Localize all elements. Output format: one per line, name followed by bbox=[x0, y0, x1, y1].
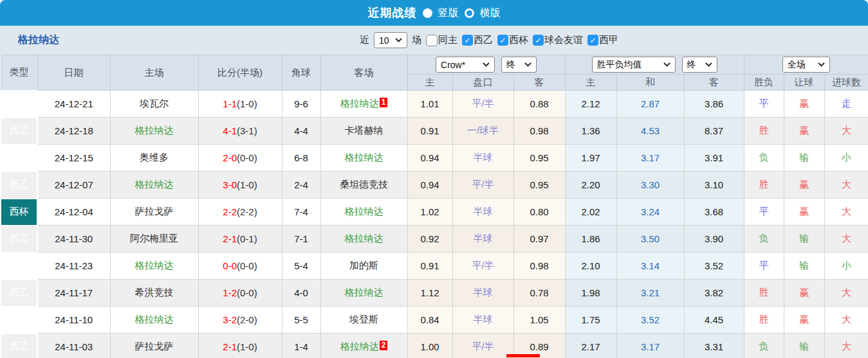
match-type-badge: 西乙 bbox=[1, 172, 37, 199]
chevron-down-icon bbox=[524, 62, 531, 67]
result-outcome: 负 bbox=[744, 145, 784, 172]
odds-time-select[interactable]: 终 bbox=[501, 57, 537, 73]
horizontal-layout-label[interactable]: 横版 bbox=[480, 6, 501, 20]
away-team[interactable]: 卡塔赫纳 bbox=[320, 118, 407, 145]
corner-count: 5-5 bbox=[282, 307, 320, 334]
asian-handicap: 半球 bbox=[452, 226, 513, 253]
vertical-layout-radio[interactable] bbox=[423, 8, 432, 18]
asian-handicap: 半球 bbox=[452, 307, 513, 334]
chevron-down-icon bbox=[818, 62, 825, 67]
away-team[interactable]: 埃登斯 bbox=[320, 307, 407, 334]
avg-away-odds: 3.86 bbox=[684, 91, 744, 118]
results-table: 类型 日期 主场 比分(半场) 角球 客场 Crow* 终 bbox=[0, 55, 868, 358]
home-team[interactable]: 希洪竞技 bbox=[110, 280, 198, 307]
asian-handicap: 平/半 bbox=[452, 334, 513, 358]
away-team[interactable]: 格拉纳达1 bbox=[320, 91, 407, 118]
avg-away-odds: 3.31 bbox=[684, 334, 744, 358]
avg-odds-select[interactable]: 胜平负均值 bbox=[592, 57, 676, 73]
match-date: 24-12-04 bbox=[37, 199, 110, 226]
score-cell: 2-1(1-0) bbox=[198, 334, 282, 358]
col-header-score: 比分(半场) bbox=[198, 55, 282, 91]
league-laliga-checkbox[interactable]: ✓ bbox=[587, 35, 598, 46]
team-name[interactable]: 格拉纳达 bbox=[18, 33, 59, 47]
avg-away-odds: 8.37 bbox=[684, 118, 744, 145]
home-team[interactable]: 格拉纳达 bbox=[110, 118, 198, 145]
avg-home-odds: 1.75 bbox=[565, 307, 616, 334]
home-team[interactable]: 格拉纳达 bbox=[110, 253, 198, 280]
scope-value: 全场 bbox=[788, 59, 806, 71]
table-row: 西乙24-11-23格拉纳达0-0(0-0)5-4加的斯0.91平/半0.982… bbox=[1, 253, 868, 280]
avg-away-odds: 3.68 bbox=[684, 199, 744, 226]
away-team-name: 卡塔赫纳 bbox=[345, 125, 383, 136]
league-segunda-label[interactable]: 西乙 bbox=[474, 34, 493, 46]
match-type-badge: 西乙 bbox=[1, 253, 37, 280]
asian-handicap: 平/半 bbox=[452, 172, 513, 199]
cup-label[interactable]: 西杯 bbox=[509, 34, 528, 46]
score-cell: 1-2(0-0) bbox=[198, 280, 282, 307]
friendly-label[interactable]: 球会友谊 bbox=[544, 34, 583, 46]
avg-draw-odds: 3.14 bbox=[616, 253, 684, 280]
result-outcome: 平 bbox=[744, 91, 784, 118]
asian-home-odds: 0.94 bbox=[407, 172, 452, 199]
avg-home-odds: 2.12 bbox=[565, 91, 616, 118]
home-team[interactable]: 萨拉戈萨 bbox=[110, 199, 198, 226]
away-team[interactable]: 格拉纳达 bbox=[320, 145, 407, 172]
same-home-checkbox[interactable] bbox=[426, 35, 438, 46]
table-row: 西乙24-11-17希洪竞技1-2(0-0)4-0格拉纳达1.12半球0.781… bbox=[1, 280, 868, 307]
asian-handicap: 一/球半 bbox=[452, 118, 513, 145]
league-laliga-label[interactable]: 西甲 bbox=[599, 34, 618, 46]
home-team[interactable]: 阿尔梅里亚 bbox=[110, 226, 198, 253]
away-team[interactable]: 桑坦德竞技 bbox=[320, 172, 407, 199]
half-time-score: (2-2) bbox=[237, 206, 257, 217]
half-time-score: (0-0) bbox=[237, 287, 257, 298]
match-date: 24-11-23 bbox=[37, 253, 110, 280]
friendly-checkbox[interactable]: ✓ bbox=[533, 35, 544, 46]
odds-time-value: 终 bbox=[506, 59, 515, 71]
handicap-outcome: 赢 bbox=[784, 307, 824, 334]
half-time-score: (1-0) bbox=[237, 179, 257, 190]
handicap-outcome: 输 bbox=[784, 334, 824, 358]
home-team[interactable]: 奥维多 bbox=[110, 145, 198, 172]
cup-checkbox[interactable]: ✓ bbox=[497, 35, 508, 46]
table-row: 西乙24-11-10格拉纳达3-2(2-0)5-5埃登斯0.84半球1.051.… bbox=[1, 307, 868, 334]
same-home-label[interactable]: 同主 bbox=[438, 34, 457, 46]
horizontal-layout-radio[interactable] bbox=[465, 8, 474, 18]
red-card-badge: 1 bbox=[380, 98, 388, 107]
away-team[interactable]: 格拉纳达 bbox=[320, 280, 407, 307]
match-count-select[interactable]: 10 bbox=[374, 32, 407, 48]
asian-handicap: 平/半 bbox=[452, 91, 513, 118]
match-date: 24-11-03 bbox=[37, 334, 110, 358]
full-time-score: 2-2 bbox=[223, 206, 237, 217]
home-team[interactable]: 萨拉戈萨 bbox=[110, 334, 198, 358]
full-time-score: 0-0 bbox=[223, 260, 237, 271]
home-team[interactable]: 埃瓦尔 bbox=[110, 91, 198, 118]
avg-time-select[interactable]: 终 bbox=[682, 57, 717, 73]
avg-home-odds: 2.17 bbox=[565, 334, 616, 358]
table-row: 西乙24-12-21埃瓦尔1-1(1-0)9-6格拉纳达11.01平/半0.88… bbox=[1, 91, 868, 118]
goals-outcome: 大 bbox=[824, 172, 868, 199]
home-team[interactable]: 格拉纳达 bbox=[110, 307, 198, 334]
away-team[interactable]: 加的斯 bbox=[320, 253, 407, 280]
away-team[interactable]: 格拉纳达2 bbox=[320, 334, 407, 358]
away-team[interactable]: 格拉纳达 bbox=[320, 226, 407, 253]
full-time-score: 2-1 bbox=[223, 341, 237, 352]
away-team[interactable]: 格拉纳达 bbox=[320, 199, 407, 226]
scope-select[interactable]: 全场 bbox=[782, 57, 830, 73]
match-type-badge: 西乙 bbox=[1, 334, 37, 358]
home-team[interactable]: 格拉纳达 bbox=[110, 172, 198, 199]
sub-header-avg-away: 客 bbox=[684, 75, 744, 91]
half-time-score: (0-0) bbox=[237, 152, 257, 163]
vertical-layout-label[interactable]: 竖版 bbox=[438, 6, 459, 20]
full-time-score: 1-1 bbox=[223, 98, 237, 109]
result-outcome: 胜 bbox=[744, 280, 784, 307]
odds-company-select[interactable]: Crow* bbox=[436, 57, 495, 73]
corner-count: 7-1 bbox=[282, 226, 320, 253]
avg-draw-odds: 3.50 bbox=[616, 226, 684, 253]
half-time-score: (0-1) bbox=[237, 233, 257, 244]
match-type-badge: 西乙 bbox=[1, 280, 37, 307]
goals-outcome: 大 bbox=[824, 199, 868, 226]
red-indicator-strip bbox=[506, 354, 540, 357]
handicap-outcome: 赢 bbox=[784, 172, 824, 199]
handicap-outcome: 输 bbox=[784, 226, 824, 253]
league-segunda-checkbox[interactable]: ✓ bbox=[462, 35, 473, 46]
